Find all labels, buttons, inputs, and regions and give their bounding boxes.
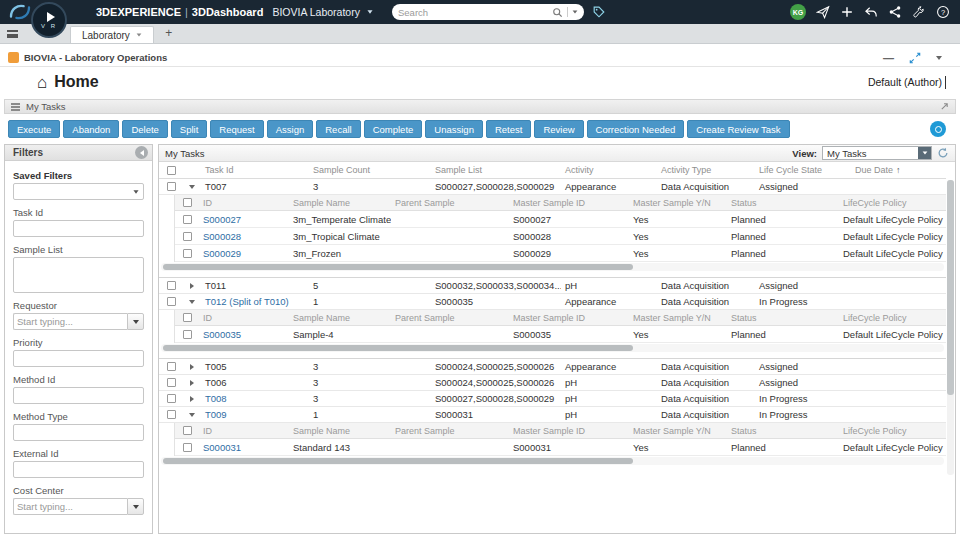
row-checkbox[interactable] <box>167 410 176 419</box>
sub-column-header-master-sample-y-n[interactable]: Master Sample Y/N <box>629 426 727 436</box>
sample-checkbox[interactable] <box>183 249 192 258</box>
compass-icon[interactable]: V R <box>31 2 67 38</box>
select-all-checkbox[interactable] <box>167 166 176 175</box>
expand-icon[interactable] <box>190 380 194 386</box>
task-id[interactable]: T005 <box>201 361 309 372</box>
collapse-icon[interactable] <box>189 413 195 417</box>
chevron-down-icon[interactable] <box>367 10 372 13</box>
search-bar[interactable] <box>392 4 584 20</box>
sub-column-header-id[interactable]: ID <box>199 198 289 208</box>
scrollbar-thumb[interactable] <box>163 458 633 464</box>
sub-column-header-master-sample-id[interactable]: Master Sample ID <box>509 198 629 208</box>
avatar[interactable]: KG <box>790 4 806 20</box>
row-checkbox[interactable] <box>167 297 176 306</box>
collapse-icon[interactable] <box>189 300 195 304</box>
sub-column-header-id[interactable]: ID <box>199 313 289 323</box>
scrollbar-thumb[interactable] <box>163 345 633 351</box>
sample-checkbox[interactable] <box>183 232 192 241</box>
expand-icon[interactable] <box>190 364 194 370</box>
column-header-sample-count[interactable]: Sample Count <box>309 165 431 175</box>
toolbar-button-correction-needed[interactable]: Correction Needed <box>587 120 685 138</box>
tag-icon[interactable] <box>592 5 606 19</box>
sub-column-header-sample-name[interactable]: Sample Name <box>289 426 391 436</box>
task-row[interactable]: T0073S000027,S000028,S000029AppearanceDa… <box>159 179 946 195</box>
task-id[interactable]: T012 (Split of T010) <box>201 296 309 307</box>
sub-column-header-master-sample-y-n[interactable]: Master Sample Y/N <box>629 313 727 323</box>
sample-id[interactable]: S000029 <box>199 248 289 259</box>
scrollbar-thumb[interactable] <box>163 264 633 270</box>
toolbar-button-complete[interactable]: Complete <box>364 120 423 138</box>
task-row[interactable]: T0115S000032,S000033,S000034...pHData Ac… <box>159 278 946 294</box>
tab-laboratory[interactable]: Laboratory <box>70 26 154 43</box>
subtable-select-all-checkbox[interactable] <box>183 198 192 207</box>
filter-saved-filters-select[interactable] <box>13 183 144 200</box>
paper-plane-icon[interactable] <box>816 5 830 19</box>
filter-requestor-input[interactable] <box>13 313 127 330</box>
view-select[interactable]: My Tasks <box>822 146 932 160</box>
toolbar-button-delete[interactable]: Delete <box>122 120 167 138</box>
toolbar-button-retest[interactable]: Retest <box>486 120 531 138</box>
view-dropdown-button[interactable] <box>918 147 931 159</box>
sub-column-header-parent-sample[interactable]: Parent Sample <box>391 426 509 436</box>
column-header-sample-list[interactable]: Sample List <box>431 165 561 175</box>
search-icon[interactable] <box>552 7 563 18</box>
sample-id[interactable]: S000031 <box>199 442 289 453</box>
toolbar-button-unassign[interactable]: Unassign <box>425 120 483 138</box>
filter-cost-center-input[interactable] <box>13 498 127 515</box>
expand-icon[interactable] <box>909 52 921 64</box>
expand-icon[interactable] <box>190 396 194 402</box>
toolbar-button-abandon[interactable]: Abandon <box>63 120 119 138</box>
task-row[interactable]: T0063S000024,S000025,S000026pHData Acqui… <box>159 375 946 391</box>
search-scope-chevron-icon[interactable] <box>573 10 578 13</box>
search-input[interactable] <box>398 7 552 18</box>
task-id[interactable]: T009 <box>201 409 309 420</box>
task-id[interactable]: T008 <box>201 393 309 404</box>
refresh-icon[interactable] <box>937 147 949 159</box>
menu-toggle-icon[interactable] <box>7 30 18 38</box>
sample-id[interactable]: S000027 <box>199 214 289 225</box>
sample-id[interactable]: S000028 <box>199 231 289 242</box>
chevron-down-icon[interactable] <box>936 56 942 60</box>
info-icon[interactable] <box>930 121 946 137</box>
help-icon[interactable]: ? <box>936 5 950 19</box>
toolbar-button-request[interactable]: Request <box>210 120 263 138</box>
sample-row[interactable]: S0000293m_FrozenS000029YesPlannedDefault… <box>175 245 946 262</box>
column-header-activity[interactable]: Activity <box>561 165 657 175</box>
row-checkbox[interactable] <box>167 378 176 387</box>
section-expand-icon[interactable] <box>940 102 949 111</box>
app-switcher[interactable]: BIOVIA Laboratory <box>272 6 360 18</box>
share-nodes-icon[interactable] <box>888 5 902 19</box>
filter-method-id-input[interactable] <box>13 387 144 404</box>
sample-checkbox[interactable] <box>183 330 192 339</box>
column-header-due-date[interactable]: Due Date↑ <box>851 165 946 175</box>
filter-priority-input[interactable] <box>13 350 144 367</box>
sub-column-header-status[interactable]: Status <box>727 313 839 323</box>
task-row[interactable]: T0083S000027,S000028,S000029pHData Acqui… <box>159 391 946 407</box>
sample-row[interactable]: S0000273m_Temperate ClimateS000027YesPla… <box>175 211 946 228</box>
toolbar-button-execute[interactable]: Execute <box>8 120 60 138</box>
sub-column-header-master-sample-y-n[interactable]: Master Sample Y/N <box>629 198 727 208</box>
column-header-task-id[interactable]: Task Id <box>201 165 309 175</box>
sample-id[interactable]: S000035 <box>199 329 289 340</box>
task-row[interactable]: T0091S000031pHData AcquisitionIn Progres… <box>159 407 946 423</box>
sub-column-header-lifecycle-policy[interactable]: LifeCycle Policy <box>839 198 946 208</box>
sample-row[interactable]: S000035Sample-4S000035YesPlannedDefault … <box>175 326 946 343</box>
task-id[interactable]: T011 <box>201 280 309 291</box>
column-header-life-cycle-state[interactable]: Life Cycle State <box>755 165 851 175</box>
sub-column-header-status[interactable]: Status <box>727 198 839 208</box>
reply-icon[interactable] <box>864 5 878 19</box>
sub-column-header-lifecycle-policy[interactable]: LifeCycle Policy <box>839 426 946 436</box>
task-row[interactable]: T0053S000024,S000025,S000026AppearanceDa… <box>159 359 946 375</box>
tab-chevron-icon[interactable] <box>136 33 141 36</box>
row-checkbox[interactable] <box>167 281 176 290</box>
sub-column-header-parent-sample[interactable]: Parent Sample <box>391 198 509 208</box>
context-selector[interactable]: Default (Author) <box>868 76 950 89</box>
sub-column-header-lifecycle-policy[interactable]: LifeCycle Policy <box>839 313 946 323</box>
sample-row[interactable]: S0000283m_Tropical ClimateS000028YesPlan… <box>175 228 946 245</box>
tools-icon[interactable] <box>912 5 926 19</box>
toolbar-button-assign[interactable]: Assign <box>267 120 314 138</box>
row-checkbox[interactable] <box>167 394 176 403</box>
minimize-icon[interactable]: — <box>883 53 894 63</box>
collapse-filters-button[interactable] <box>135 146 148 159</box>
filter-sample-list-textarea[interactable] <box>13 257 144 293</box>
